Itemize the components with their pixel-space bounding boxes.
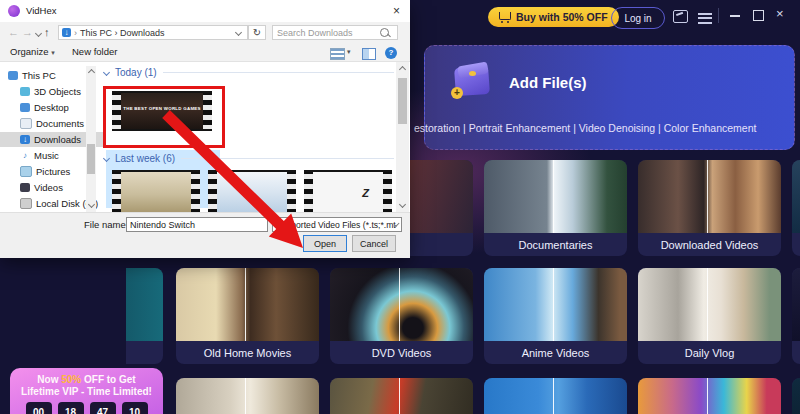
group-header-last-week[interactable]: Last week (6): [104, 153, 394, 164]
promo-banner[interactable]: Now 50% OFF to Get Lifetime VIP - Time L…: [10, 368, 163, 414]
card-preview-image: [176, 268, 319, 341]
group-header-today[interactable]: Today (1): [104, 67, 394, 78]
organize-menu[interactable]: Organize ▾: [10, 46, 55, 57]
videos-icon: [20, 183, 30, 192]
category-card[interactable]: [792, 160, 800, 256]
change-view-icon[interactable]: [330, 48, 345, 60]
preview-pane-icon[interactable]: [362, 48, 376, 60]
category-card-anime-videos[interactable]: Anime Videos: [484, 268, 627, 364]
file-name-label: File name:: [84, 219, 128, 230]
dialog-close-button[interactable]: ×: [393, 4, 400, 18]
local-disk-c--icon: [20, 198, 32, 209]
card-preview-image: [330, 268, 473, 341]
3d-objects-icon: [20, 87, 30, 96]
buy-button-label: Buy with 50% OFF: [516, 11, 608, 23]
collapse-chevron-icon: [103, 155, 110, 162]
category-card-documentaries[interactable]: Documentaries: [484, 160, 627, 256]
app-close-button[interactable]: ×: [776, 6, 784, 21]
category-card[interactable]: [792, 268, 800, 364]
vidhex-logo-icon: [8, 5, 20, 17]
category-card[interactable]: [484, 378, 627, 414]
breadcrumb[interactable]: ↓ › This PC › Downloads: [58, 25, 248, 40]
card-preview-image: [126, 268, 163, 341]
collapse-chevron-icon: [103, 69, 110, 76]
countdown-segment: 00: [26, 402, 52, 414]
breadcrumb-chevron-icon[interactable]: [235, 29, 242, 36]
file-type-select[interactable]: Supported Video Files (*.ts;*.mt: [272, 217, 402, 232]
menu-icon[interactable]: [698, 10, 712, 26]
scroll-down-icon[interactable]: [87, 201, 94, 208]
login-button[interactable]: Log in: [611, 7, 665, 29]
up-icon[interactable]: ↑: [44, 26, 50, 38]
video-thumbnail[interactable]: [208, 170, 296, 212]
category-card[interactable]: [638, 378, 781, 414]
search-input[interactable]: Search Downloads: [272, 25, 398, 40]
card-preview-image: [792, 268, 800, 341]
countdown-timer: 00184710: [10, 402, 163, 414]
app-titlebar: Buy with 50% OFF Log in ×: [410, 0, 800, 32]
promo-line1: Now 50% OFF to Get: [10, 374, 163, 386]
category-card[interactable]: [176, 378, 319, 414]
card-preview-image: [484, 268, 627, 341]
file-list-scroll-thumb[interactable]: [398, 78, 407, 124]
dialog-titlebar: VidHex ×: [0, 0, 410, 22]
downloads-icon: ↓: [20, 135, 30, 144]
sidebar-item-label: Desktop: [34, 102, 69, 113]
category-card-dvd-videos[interactable]: DVD Videos: [330, 268, 473, 364]
pictures-icon: [20, 166, 32, 177]
countdown-segment: 18: [58, 402, 84, 414]
sidebar-scrollbar[interactable]: [86, 66, 96, 212]
back-icon[interactable]: ←: [8, 26, 19, 38]
new-folder-button[interactable]: New folder: [72, 46, 117, 57]
sidebar-scroll-thumb[interactable]: [87, 144, 95, 174]
add-files-dropzone[interactable]: + Add File(s) estoration | Portrait Enha…: [424, 45, 795, 150]
card-label: Downloaded Videos: [638, 233, 781, 256]
cart-icon: [499, 12, 511, 20]
category-card[interactable]: [126, 268, 163, 364]
minimize-button[interactable]: [730, 15, 740, 17]
buy-button[interactable]: Buy with 50% OFF: [488, 7, 619, 27]
category-card[interactable]: [792, 378, 800, 414]
sidebar-item-label: Music: [34, 150, 59, 161]
card-preview-image: [638, 160, 781, 233]
category-card[interactable]: [330, 378, 473, 414]
card-label: Daily Vlog: [638, 341, 781, 364]
card-preview-image: [792, 160, 800, 233]
scroll-up-icon[interactable]: [399, 66, 406, 73]
search-icon: [380, 28, 389, 37]
card-preview-image: [484, 160, 627, 233]
view-chevron-icon[interactable]: ▾: [347, 48, 351, 56]
video-thumbnail[interactable]: [112, 170, 200, 212]
refresh-icon: ↻: [253, 27, 261, 38]
video-thumbnail[interactable]: Z: [304, 170, 392, 212]
search-placeholder: Search Downloads: [273, 28, 380, 38]
cancel-button[interactable]: Cancel: [352, 235, 396, 252]
card-preview-image: [484, 378, 627, 414]
refresh-button[interactable]: ↻: [248, 25, 266, 40]
feature-list: estoration | Portrait Enhancement | Vide…: [414, 122, 756, 134]
maximize-button[interactable]: [753, 10, 764, 21]
sidebar-item-this-pc[interactable]: This PC: [0, 68, 92, 83]
file-name-input[interactable]: Nintendo Switch: [126, 217, 268, 232]
category-card-downloaded-videos[interactable]: Downloaded Videos: [638, 160, 781, 256]
scroll-down-icon[interactable]: [399, 201, 406, 208]
category-card-daily-vlog[interactable]: Daily Vlog: [638, 268, 781, 364]
login-label: Log in: [624, 13, 651, 24]
sidebar-item-label: Pictures: [36, 166, 70, 177]
help-button[interactable]: ?: [385, 47, 397, 59]
card-label: [792, 341, 800, 364]
annotation-highlight-box: [103, 86, 225, 148]
category-card-old-home-movies[interactable]: Old Home Movies: [176, 268, 319, 364]
dialog-title: VidHex: [26, 5, 56, 16]
history-chevron-icon[interactable]: [35, 30, 42, 37]
sidebar-item-label: This PC: [22, 70, 56, 81]
forward-icon[interactable]: →: [22, 26, 33, 38]
open-button[interactable]: Open: [303, 235, 347, 252]
downloads-location-icon: ↓: [62, 28, 71, 37]
documents-icon: [20, 118, 32, 129]
card-preview-image: [176, 378, 319, 414]
feedback-icon[interactable]: [673, 10, 688, 23]
scroll-up-icon[interactable]: [87, 69, 94, 76]
logo-glyph: Z: [362, 187, 369, 199]
file-list-scrollbar[interactable]: [396, 62, 409, 212]
